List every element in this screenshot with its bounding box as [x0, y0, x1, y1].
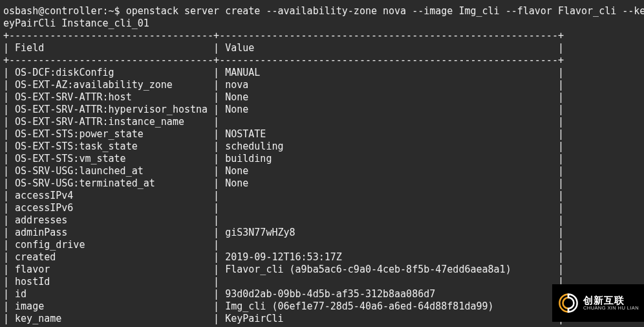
terminal-output[interactable]: osbash@controller:~$ openstack server cr…	[0, 0, 644, 325]
watermark-badge: 创新互联 CHUANG XIN HU LIAN	[552, 284, 644, 322]
watermark-text-en: CHUANG XIN HU LIAN	[583, 306, 639, 311]
watermark-logo-icon	[557, 292, 579, 314]
watermark-text-zh: 创新互联	[583, 295, 639, 306]
